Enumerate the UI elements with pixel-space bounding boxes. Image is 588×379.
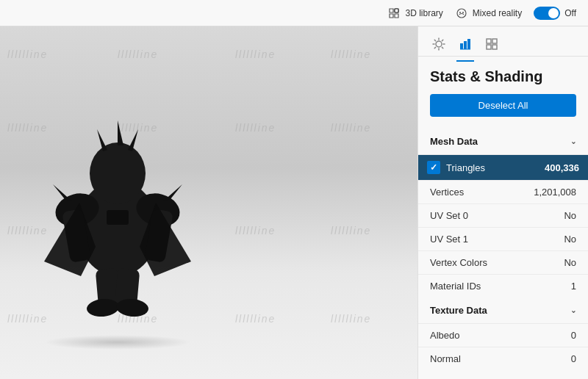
library-label: 3D library	[405, 8, 442, 18]
svg-line-28	[442, 40, 442, 40]
svg-point-4	[90, 142, 146, 204]
library-button[interactable]: 3D library	[387, 7, 442, 20]
svg-rect-31	[464, 41, 467, 49]
svg-marker-6	[118, 120, 123, 145]
svg-rect-35	[492, 39, 497, 43]
watermark: lllllline	[7, 48, 48, 60]
watermark: lllllline	[118, 48, 158, 60]
row-value: 0	[571, 353, 576, 364]
watermark: lllllline	[235, 122, 276, 134]
row-label: UV Set 0	[430, 210, 468, 221]
row-label: Normal	[430, 353, 461, 364]
svg-point-1	[459, 12, 461, 13]
table-row: Normal 0	[418, 347, 588, 370]
topbar: 3D library Mixed reality Off	[0, 0, 588, 26]
table-row: Vertex Colors No	[418, 250, 588, 274]
mixed-reality-label: Mixed reality	[473, 8, 522, 18]
texture-chevron-icon: ⌄	[570, 306, 576, 314]
watermark: lllllline	[331, 122, 371, 134]
texture-section-label: Texture Data	[430, 305, 487, 316]
watermark: lllllline	[235, 48, 276, 60]
texture-data-section-header[interactable]: Texture Data ⌄	[418, 297, 588, 323]
tab-grid[interactable]	[480, 32, 503, 56]
svg-marker-7	[128, 129, 138, 151]
svg-rect-34	[487, 39, 491, 43]
watermark: lllllline	[331, 48, 371, 60]
table-row: Material IDs 1	[418, 274, 588, 297]
mesh-chevron-icon: ⌄	[570, 137, 576, 145]
svg-rect-36	[487, 45, 491, 49]
mixed-reality-icon	[455, 7, 468, 20]
row-value: 0	[571, 330, 576, 341]
table-row: UV Set 1 No	[418, 227, 588, 250]
row-value: No	[564, 257, 576, 268]
panel-heading: Stats & Shading	[418, 57, 588, 94]
row-label: UV Set 1	[430, 234, 468, 245]
row-label: Vertices	[430, 187, 464, 198]
row-left: Triangles	[427, 161, 485, 174]
row-label: Material IDs	[430, 281, 481, 292]
watermark: lllllline	[331, 313, 371, 325]
svg-line-26	[434, 40, 435, 40]
library-icon	[387, 7, 401, 20]
watermark: lllllline	[235, 313, 276, 325]
watermark: lllllline	[331, 225, 371, 237]
row-label: Vertex Colors	[430, 257, 487, 268]
row-value: No	[564, 210, 576, 221]
mixed-reality-toggle[interactable]	[534, 7, 560, 20]
row-value: No	[564, 234, 576, 245]
mesh-section-label: Mesh Data	[430, 136, 478, 147]
table-row: Albedo 0	[418, 323, 588, 347]
3d-model	[37, 115, 198, 320]
viewport[interactable]: lllllline lllllline lllllline lllllline …	[0, 26, 417, 379]
mixed-reality-button[interactable]: Mixed reality	[455, 7, 522, 20]
svg-point-21	[436, 41, 442, 47]
row-value: 1,201,008	[534, 187, 576, 198]
off-label: Off	[564, 8, 576, 18]
svg-rect-32	[467, 39, 470, 49]
mesh-data-section-header[interactable]: Mesh Data ⌄	[418, 129, 588, 154]
row-label: Triangles	[446, 162, 485, 173]
svg-line-27	[442, 47, 442, 48]
panel-tabs	[418, 26, 588, 57]
deselect-all-button[interactable]: Deselect All	[430, 94, 576, 117]
svg-line-29	[434, 47, 435, 48]
row-label: Albedo	[430, 330, 459, 341]
table-row[interactable]: Triangles 400,336	[418, 154, 588, 180]
row-value: 1	[571, 281, 576, 292]
checkbox-checked-icon[interactable]	[427, 161, 440, 174]
svg-rect-37	[492, 45, 497, 49]
table-row: Vertices 1,201,008	[418, 180, 588, 203]
tab-chart[interactable]	[453, 32, 477, 56]
right-panel: Stats & Shading Deselect All Mesh Data ⌄…	[417, 26, 588, 379]
tab-sun[interactable]	[427, 32, 451, 56]
main-content: lllllline lllllline lllllline lllllline …	[0, 26, 588, 379]
row-value: 400,336	[545, 162, 579, 173]
svg-rect-30	[460, 43, 463, 49]
toggle-container: Off	[534, 7, 576, 20]
svg-rect-20	[107, 210, 129, 225]
svg-marker-5	[97, 129, 107, 151]
table-row: UV Set 0 No	[418, 203, 588, 227]
watermark: lllllline	[235, 225, 276, 237]
svg-point-2	[462, 12, 464, 13]
panel-content: Stats & Shading Deselect All Mesh Data ⌄…	[418, 57, 588, 379]
